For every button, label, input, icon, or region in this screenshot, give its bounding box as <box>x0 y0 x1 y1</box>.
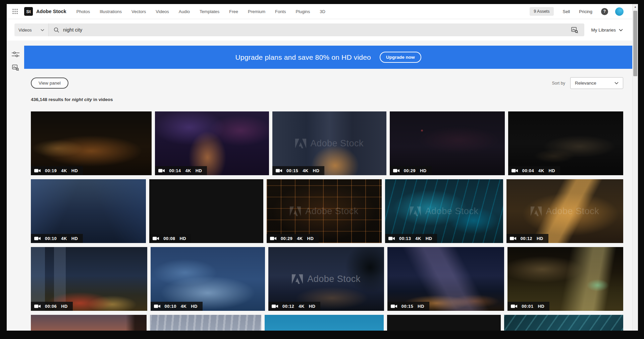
sort-value: Relevance <box>575 81 596 86</box>
user-avatar[interactable] <box>615 7 624 16</box>
video-camera-icon <box>276 169 282 173</box>
adobe-logo-icon <box>410 206 421 216</box>
video-thumbnail-downtown-canyon-dusk[interactable]: Adobe Stock 00:15 4KHD <box>272 111 386 175</box>
scroll-up-icon[interactable]: ▲ <box>633 4 638 10</box>
upgrade-now-button[interactable]: Upgrade now <box>380 52 421 63</box>
nav-item-audio[interactable]: Audio <box>179 9 190 14</box>
quality-tag-hd: HD <box>418 304 424 309</box>
nav-item-illustrations[interactable]: Illustrations <box>100 9 122 14</box>
video-thumbnail-dubai-purple-towers[interactable]: Adobe Stock 00:14 4KHD <box>155 111 269 175</box>
quality-tag-hd: HD <box>420 168 427 173</box>
nav-item-premium[interactable]: Premium <box>248 9 265 14</box>
search-by-image-icon[interactable] <box>12 64 19 72</box>
filters-icon[interactable] <box>12 51 19 59</box>
quality-tag-hd: HD <box>179 236 186 241</box>
quality-tag-4k: 4K <box>61 168 67 173</box>
nav-item-photos[interactable]: Photos <box>76 9 90 14</box>
pricing-link[interactable]: Pricing <box>579 9 592 14</box>
video-thumbnail-gray-city-aerial[interactable]: Adobe Stock <box>150 315 261 331</box>
nav-item-3d[interactable]: 3D <box>320 9 325 14</box>
video-camera-icon <box>34 237 41 240</box>
video-quality-tags: 4KHD <box>297 236 314 241</box>
search-input-wrap <box>49 23 584 36</box>
video-thumbnail-teal-sky-tower[interactable]: Adobe Stock <box>265 315 384 331</box>
video-camera-icon <box>512 169 518 173</box>
search-category-select[interactable]: Videos <box>14 23 49 36</box>
quality-tag-hd: HD <box>191 304 198 309</box>
search-input[interactable] <box>63 27 564 33</box>
results-suffix-text: in videos <box>92 97 113 102</box>
video-thumbnail-teal-city-pattern[interactable]: Adobe Stock <box>504 315 623 331</box>
left-rail <box>7 41 24 331</box>
video-quality-tags: 4KHD <box>538 168 555 173</box>
video-meta-badge: 00:08 HD <box>149 234 191 243</box>
watermark-text: Adobe Stock <box>311 138 364 149</box>
quality-tag-4k: 4K <box>299 304 304 309</box>
video-thumbnail-aerial-valley-dusk[interactable]: Adobe Stock 00:19 4KHD <box>31 111 152 175</box>
results-toolbar: View panel Sort by Relevance <box>31 77 623 89</box>
nav-item-templates[interactable]: Templates <box>200 9 219 14</box>
video-quality-tags: HD <box>537 236 543 241</box>
video-meta-badge: 00:19 4KHD <box>31 166 83 175</box>
scrollbar[interactable]: ▲ <box>632 4 638 331</box>
video-quality-tags: HD <box>179 236 186 241</box>
my-libraries-label: My Libraries <box>591 28 616 33</box>
quality-tag-hd: HD <box>538 304 544 309</box>
quality-tag-hd: HD <box>537 236 543 241</box>
video-quality-tags: 4KHD <box>61 168 78 173</box>
chevron-down-icon <box>41 29 44 31</box>
video-meta-badge: 00:01 HD <box>507 302 549 311</box>
quality-tag-hd: HD <box>71 236 78 241</box>
adobe-logo-icon <box>292 274 303 284</box>
adobe-logo-icon <box>295 139 306 148</box>
quality-tag-4k: 4K <box>61 236 67 241</box>
nav-item-vectors[interactable]: Vectors <box>131 9 146 14</box>
help-icon[interactable]: ? <box>601 8 608 15</box>
video-thumbnail-skyscrapers-low-angle[interactable]: Adobe Stock 00:10 4KHD <box>31 179 146 243</box>
nav-item-free[interactable]: Free <box>229 9 238 14</box>
sort-by-label: Sort by <box>552 81 565 86</box>
my-libraries-button[interactable]: My Libraries <box>589 28 625 33</box>
video-thumbnail-milky-way-valley[interactable]: Adobe Stock 00:15 HD <box>387 247 504 311</box>
video-grid-row: Adobe Stock Adobe Stock <box>31 315 623 331</box>
video-meta-badge: 00:15 HD <box>387 302 429 311</box>
video-duration: 00:12 <box>521 236 532 241</box>
sell-link[interactable]: Sell <box>563 9 570 14</box>
video-thumbnail-snowy-blue-city[interactable]: Adobe Stock 00:10 4KHD <box>151 247 265 311</box>
video-thumbnail-sunset-silhouette[interactable]: Adobe Stock <box>31 315 147 331</box>
quality-tag-hd: HD <box>313 168 320 173</box>
video-grid-row: Adobe Stock 00:06 HD Adobe Stock 00:10 4… <box>31 247 623 311</box>
video-thumbnail-golden-boulevard-aerial[interactable]: Adobe Stock 00:12 HD <box>506 179 623 243</box>
video-thumbnail-woman-night-street[interactable]: Adobe Stock 00:08 HD <box>149 179 263 243</box>
sort-select[interactable]: Relevance <box>570 77 623 89</box>
scrollbar-thumb[interactable] <box>633 11 637 76</box>
video-meta-badge: 00:04 4KHD <box>508 166 560 175</box>
video-duration: 00:14 <box>169 168 181 173</box>
nav-item-plugins[interactable]: Plugins <box>296 9 310 14</box>
video-thumbnail-dusk-sky-tree[interactable]: Adobe Stock 00:12 4KHD <box>268 247 384 311</box>
view-panel-button[interactable]: View panel <box>31 78 68 89</box>
video-thumbnail-cyan-aerial-city[interactable]: Adobe Stock 00:13 4KHD <box>385 179 503 243</box>
nav-item-videos[interactable]: Videos <box>156 9 169 14</box>
video-camera-icon <box>34 304 41 308</box>
video-thumbnail-sunrise-over-city[interactable]: Adobe Stock <box>387 315 500 331</box>
video-thumbnail-la-downtown-traffic[interactable]: Adobe Stock 00:06 HD <box>31 247 147 311</box>
assets-button[interactable]: 9 Assets <box>530 7 553 16</box>
video-meta-badge: 00:15 4KHD <box>272 166 324 175</box>
app-launcher-icon[interactable] <box>12 8 18 14</box>
video-thumbnail-dark-skyline[interactable]: Adobe Stock 00:29 HD <box>390 111 505 175</box>
video-quality-tags: 4KHD <box>185 168 202 173</box>
watermark-text: Adobe Stock <box>307 274 361 284</box>
adobe-stock-logo[interactable]: St Adobe Stock <box>24 7 66 16</box>
promo-message: Upgrade plans and save 80% on HD video <box>235 53 371 61</box>
quality-tag-hd: HD <box>307 236 314 241</box>
video-duration: 00:01 <box>522 304 533 309</box>
video-thumbnail-aerial-grid-night[interactable]: Adobe Stock 00:29 4KHD <box>267 179 382 243</box>
video-thumbnail-city-highway-night[interactable]: Adobe Stock 00:01 HD <box>507 247 623 311</box>
video-camera-icon <box>154 304 160 308</box>
video-thumbnail-night-aerial-sparse-lights[interactable]: Adobe Stock 00:04 4KHD <box>508 111 623 175</box>
video-quality-tags: HD <box>420 168 427 173</box>
visual-search-icon[interactable] <box>567 27 582 33</box>
video-camera-icon <box>270 237 276 240</box>
nav-item-fonts[interactable]: Fonts <box>275 9 286 14</box>
